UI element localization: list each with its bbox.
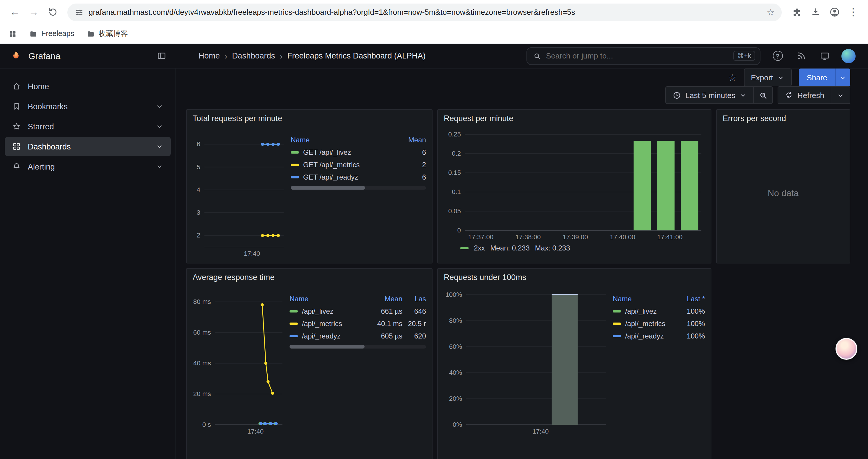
export-button[interactable]: Export <box>744 68 792 86</box>
panel-title[interactable]: Total requests per minute <box>187 110 432 126</box>
profile-avatar[interactable] <box>826 3 843 21</box>
legend-row[interactable]: /api/_livez 661 µs 646 <box>289 305 426 317</box>
svg-text:17:40: 17:40 <box>532 428 549 435</box>
zoom-out-button[interactable] <box>754 86 773 104</box>
panel-title[interactable]: Request per minute <box>438 110 711 126</box>
back-icon[interactable]: ← <box>6 3 24 21</box>
search-input[interactable] <box>546 52 728 60</box>
legend-header-last[interactable]: Last * <box>674 294 705 303</box>
dashboard-actions: ☆ Export Share <box>176 68 868 86</box>
refresh-interval-dropdown[interactable] <box>831 86 850 104</box>
sidebar-item-home[interactable]: Home <box>5 77 171 96</box>
series-swatch <box>291 163 299 166</box>
under-100ms-chart[interactable]: 100%80%60%40%20%0%17:40 <box>444 285 609 436</box>
apps-grid-icon[interactable] <box>8 29 17 38</box>
scrollbar-thumb[interactable] <box>291 186 365 190</box>
sidebar-item-starred[interactable]: Starred <box>5 117 171 136</box>
breadcrumb-dashboards[interactable]: Dashboards <box>232 52 275 60</box>
sidebar-item-alerting[interactable]: Alerting <box>5 157 171 176</box>
viewport: ← → grafana.mathmast.com/d/deytv4rwavabk… <box>0 0 868 459</box>
request-per-minute-chart[interactable]: 0.250.20.150.10.05017:37:0017:38:0017:39… <box>444 126 705 242</box>
time-range-button[interactable]: Last 5 minutes <box>665 86 754 104</box>
favorite-dashboard-icon[interactable]: ☆ <box>728 72 737 83</box>
bookmark-star-icon[interactable]: ☆ <box>767 7 775 18</box>
legend-table: Name Mean Las /api/_livez 661 µs 646 <box>286 285 426 459</box>
monitor-icon[interactable] <box>816 47 834 65</box>
help-icon[interactable]: ? <box>769 47 786 65</box>
svg-text:0.1: 0.1 <box>452 188 461 196</box>
legend-table: Name Last * /api/_livez 100% /api/_metri… <box>609 285 705 459</box>
svg-text:17:40: 17:40 <box>244 250 260 257</box>
browser-toolbar: ← → grafana.mathmast.com/d/deytv4rwavabk… <box>0 0 868 24</box>
brand-name[interactable]: Grafana <box>28 51 151 61</box>
legend-header-mean[interactable]: Mean <box>372 294 402 303</box>
breadcrumb-current: Freeleaps Metrics Dashboard (ALPHA) <box>287 52 426 60</box>
bookmarks-bar: Freeleaps 收藏博客 <box>0 24 868 44</box>
legend-header-name[interactable]: Name <box>613 294 674 303</box>
svg-text:60 ms: 60 ms <box>193 329 211 336</box>
series-swatch <box>289 335 298 337</box>
grafana-brand: Grafana <box>0 49 176 62</box>
sidebar-item-label: Alerting <box>28 162 149 171</box>
scrollbar-thumb[interactable] <box>289 345 365 349</box>
legend-row[interactable]: /api/_metrics 40.1 ms 20.5 r <box>289 317 426 330</box>
legend-line[interactable]: 2xx Mean: 0.233 Max: 0.233 <box>444 242 705 254</box>
legend-row[interactable]: GET /api/_livez 6 <box>291 146 426 158</box>
reload-icon[interactable] <box>44 3 61 21</box>
svg-text:17:40: 17:40 <box>247 428 264 435</box>
series-mean: Mean: 0.233 <box>490 244 529 252</box>
legend-row[interactable]: /api/_readyz 100% <box>613 330 705 342</box>
svg-text:17:37:00: 17:37:00 <box>468 233 494 241</box>
legend-header-name[interactable]: Name <box>291 136 395 144</box>
panel-title[interactable]: Requests under 100ms <box>438 269 711 285</box>
legend-header-mean[interactable]: Mean <box>395 136 426 144</box>
panel-errors-per-second: Errors per second No data <box>716 109 850 263</box>
svg-text:17:40:00: 17:40:00 <box>610 233 636 241</box>
series-swatch <box>289 322 298 325</box>
site-info-icon[interactable] <box>74 7 84 17</box>
news-icon[interactable] <box>793 47 810 65</box>
floating-assistant-avatar[interactable] <box>836 338 857 360</box>
share-dropdown-button[interactable] <box>835 68 850 86</box>
dock-sidebar-icon[interactable] <box>157 51 167 61</box>
forward-icon[interactable]: → <box>25 3 42 21</box>
user-avatar[interactable] <box>840 47 857 65</box>
avg-response-chart[interactable]: 80 ms60 ms40 ms20 ms0 s17:40 <box>193 285 286 436</box>
sidebar-item-label: Dashboards <box>28 142 149 151</box>
svg-text:3: 3 <box>197 209 200 216</box>
bookmark-folder-freeleaps[interactable]: Freeleaps <box>29 29 74 38</box>
legend-header-name[interactable]: Name <box>289 294 372 303</box>
breadcrumb-separator: › <box>224 51 227 61</box>
panel-request-per-minute: Request per minute 0.250.20.150.10.05017… <box>437 109 711 263</box>
legend-row[interactable]: /api/_metrics 100% <box>613 317 705 330</box>
legend-row[interactable]: GET /api/_metrics 2 <box>291 158 426 171</box>
svg-text:5: 5 <box>197 163 200 171</box>
downloads-icon[interactable] <box>807 3 824 21</box>
zoom-out-icon <box>759 91 768 100</box>
legend-row[interactable]: GET /api/_readyz 6 <box>291 171 426 183</box>
share-button[interactable]: Share <box>799 68 835 86</box>
menu-icon[interactable]: ⋮ <box>844 3 862 21</box>
url-bar[interactable]: grafana.mathmast.com/d/deytv4rwavabkb/fr… <box>67 3 782 21</box>
svg-text:0%: 0% <box>453 421 462 428</box>
search-icon <box>533 52 541 60</box>
svg-text:0.2: 0.2 <box>452 150 461 157</box>
extensions-icon[interactable] <box>788 3 805 21</box>
time-controls: Last 5 minutes Refresh <box>176 86 868 104</box>
sidebar-item-bookmarks[interactable]: Bookmarks <box>5 97 171 116</box>
legend-row[interactable]: /api/_livez 100% <box>613 305 705 317</box>
breadcrumb-home[interactable]: Home <box>198 52 220 60</box>
search-box[interactable]: ⌘+k <box>526 47 761 65</box>
svg-text:0.15: 0.15 <box>448 169 461 176</box>
bookmark-folder-blogs[interactable]: 收藏博客 <box>86 29 128 39</box>
bookmark-label: Freeleaps <box>41 30 74 38</box>
legend-header-last[interactable]: Las <box>402 294 426 303</box>
refresh-button[interactable]: Refresh <box>778 86 831 104</box>
total-requests-chart[interactable]: 6543217:40 <box>193 126 287 259</box>
series-swatch <box>613 310 621 312</box>
grafana-logo[interactable] <box>9 49 23 62</box>
panel-title[interactable]: Errors per second <box>717 110 850 126</box>
legend-row[interactable]: /api/_readyz 605 µs 620 <box>289 330 426 342</box>
sidebar-item-dashboards[interactable]: Dashboards <box>5 137 171 156</box>
panel-title[interactable]: Average response time <box>187 269 432 285</box>
